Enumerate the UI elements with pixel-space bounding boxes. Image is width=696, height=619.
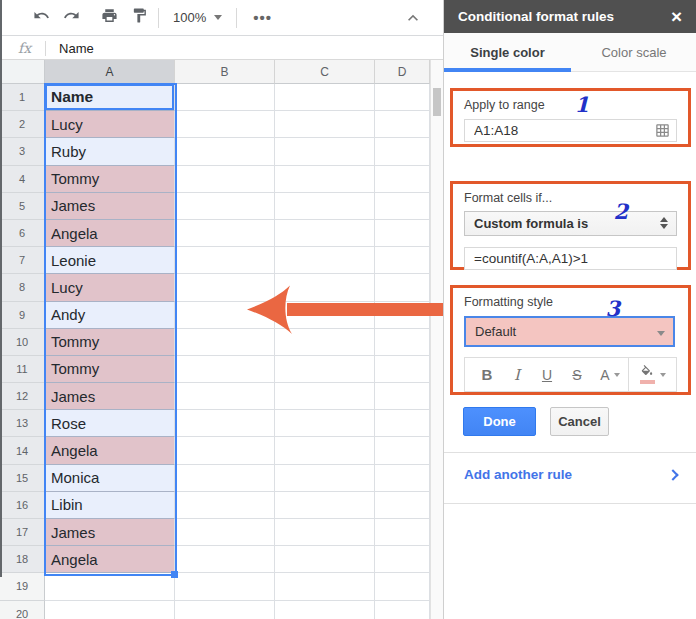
select-all-corner[interactable] bbox=[0, 60, 45, 84]
cell-B5[interactable] bbox=[175, 193, 275, 220]
cell-A9[interactable]: Andy bbox=[45, 302, 175, 329]
condition-select[interactable]: Custom formula is bbox=[464, 211, 677, 236]
cell-B17[interactable] bbox=[175, 519, 275, 546]
cell-D8[interactable] bbox=[375, 274, 430, 301]
cell-C13[interactable] bbox=[275, 410, 375, 437]
cell-C10[interactable] bbox=[275, 329, 375, 356]
cell-B15[interactable] bbox=[175, 465, 275, 492]
zoom-select[interactable]: 100% bbox=[163, 6, 232, 30]
cell-B1[interactable] bbox=[175, 84, 275, 111]
cell-A14[interactable]: Angela bbox=[45, 437, 175, 464]
cell-B18[interactable] bbox=[175, 546, 275, 573]
cell-D13[interactable] bbox=[375, 410, 430, 437]
fill-handle[interactable] bbox=[171, 571, 178, 578]
cell-D20[interactable] bbox=[375, 601, 430, 619]
cell-D6[interactable] bbox=[375, 220, 430, 247]
cell-C1[interactable] bbox=[275, 84, 375, 111]
column-header-a[interactable]: A bbox=[45, 60, 175, 84]
undo-button[interactable] bbox=[26, 6, 56, 30]
cell-D9[interactable] bbox=[375, 302, 430, 329]
cell-A10[interactable]: Tommy bbox=[45, 329, 175, 356]
cell-B4[interactable] bbox=[175, 166, 275, 193]
more-options-button[interactable]: ••• bbox=[241, 13, 284, 23]
cell-C20[interactable] bbox=[275, 601, 375, 619]
column-header-c[interactable]: C bbox=[275, 60, 375, 84]
row-header-19[interactable]: 19 bbox=[0, 573, 45, 600]
cell-C6[interactable] bbox=[275, 220, 375, 247]
cell-B13[interactable] bbox=[175, 410, 275, 437]
cell-D5[interactable] bbox=[375, 193, 430, 220]
scrollbar-thumb[interactable] bbox=[433, 88, 441, 116]
cell-A6[interactable]: Angela bbox=[45, 220, 175, 247]
cell-A2[interactable]: Lucy bbox=[45, 111, 175, 138]
cell-C19[interactable] bbox=[275, 573, 375, 600]
cell-C11[interactable] bbox=[275, 356, 375, 383]
cell-B3[interactable] bbox=[175, 138, 275, 165]
cell-C4[interactable] bbox=[275, 166, 375, 193]
cell-A5[interactable]: James bbox=[45, 193, 175, 220]
cell-C9[interactable] bbox=[275, 302, 375, 329]
cell-D3[interactable] bbox=[375, 138, 430, 165]
row-header-2[interactable]: 2 bbox=[0, 111, 45, 138]
cell-A18[interactable]: Angela bbox=[45, 546, 175, 573]
row-header-7[interactable]: 7 bbox=[0, 247, 45, 274]
text-color-button[interactable]: A bbox=[592, 358, 628, 391]
cell-B7[interactable] bbox=[175, 247, 275, 274]
cell-A19[interactable] bbox=[45, 573, 175, 600]
cell-D2[interactable] bbox=[375, 111, 430, 138]
cell-C12[interactable] bbox=[275, 383, 375, 410]
fill-color-button[interactable] bbox=[629, 358, 676, 391]
cell-D4[interactable] bbox=[375, 166, 430, 193]
cell-A1[interactable]: Name bbox=[45, 84, 175, 111]
cell-C3[interactable] bbox=[275, 138, 375, 165]
close-icon[interactable]: × bbox=[671, 7, 682, 26]
cell-B16[interactable] bbox=[175, 492, 275, 519]
tab-single-color[interactable]: Single color bbox=[444, 33, 571, 71]
tab-color-scale[interactable]: Color scale bbox=[579, 33, 689, 71]
cell-C14[interactable] bbox=[275, 437, 375, 464]
strikethrough-button[interactable]: S bbox=[562, 358, 592, 391]
cell-B2[interactable] bbox=[175, 111, 275, 138]
cell-C17[interactable] bbox=[275, 519, 375, 546]
cell-B11[interactable] bbox=[175, 356, 275, 383]
cell-B9[interactable] bbox=[175, 302, 275, 329]
cell-A4[interactable]: Tommy bbox=[45, 166, 175, 193]
cell-D14[interactable] bbox=[375, 437, 430, 464]
row-header-11[interactable]: 11 bbox=[0, 356, 45, 383]
cell-C16[interactable] bbox=[275, 492, 375, 519]
cancel-button[interactable]: Cancel bbox=[550, 407, 609, 436]
cell-C5[interactable] bbox=[275, 193, 375, 220]
row-header-18[interactable]: 18 bbox=[0, 546, 45, 573]
cell-B20[interactable] bbox=[175, 601, 275, 619]
cell-B8[interactable] bbox=[175, 274, 275, 301]
row-header-8[interactable]: 8 bbox=[0, 274, 45, 301]
column-header-b[interactable]: B bbox=[175, 60, 275, 84]
row-header-12[interactable]: 12 bbox=[0, 383, 45, 410]
cell-C2[interactable] bbox=[275, 111, 375, 138]
cell-D16[interactable] bbox=[375, 492, 430, 519]
row-header-9[interactable]: 9 bbox=[0, 302, 45, 329]
cell-A12[interactable]: James bbox=[45, 383, 175, 410]
formula-bar-value[interactable]: Name bbox=[59, 41, 94, 56]
redo-button[interactable] bbox=[56, 6, 86, 30]
cell-B19[interactable] bbox=[175, 573, 275, 600]
cell-A17[interactable]: James bbox=[45, 519, 175, 546]
row-header-20[interactable]: 20 bbox=[0, 601, 45, 619]
row-header-10[interactable]: 10 bbox=[0, 329, 45, 356]
done-button[interactable]: Done bbox=[463, 407, 536, 436]
vertical-scrollbar[interactable] bbox=[430, 60, 443, 619]
style-preset-select[interactable]: Default bbox=[464, 316, 675, 347]
cell-D18[interactable] bbox=[375, 546, 430, 573]
cell-A15[interactable]: Monica bbox=[45, 465, 175, 492]
cell-A8[interactable]: Lucy bbox=[45, 274, 175, 301]
underline-button[interactable]: U bbox=[532, 358, 562, 391]
row-header-15[interactable]: 15 bbox=[0, 465, 45, 492]
select-range-grid-icon[interactable] bbox=[655, 123, 670, 138]
cell-C8[interactable] bbox=[275, 274, 375, 301]
cell-D15[interactable] bbox=[375, 465, 430, 492]
row-header-16[interactable]: 16 bbox=[0, 492, 45, 519]
cell-B6[interactable] bbox=[175, 220, 275, 247]
row-header-13[interactable]: 13 bbox=[0, 410, 45, 437]
cell-C15[interactable] bbox=[275, 465, 375, 492]
row-header-17[interactable]: 17 bbox=[0, 519, 45, 546]
